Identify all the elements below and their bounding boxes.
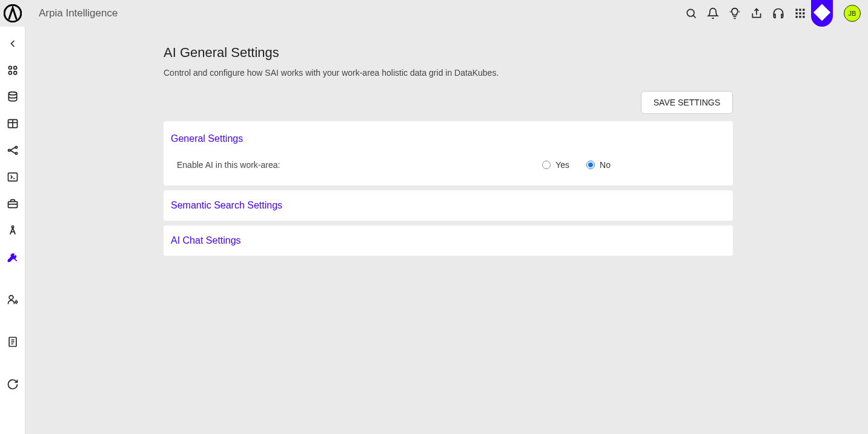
svg-point-17 bbox=[8, 72, 12, 75]
logo-wrap bbox=[0, 4, 25, 22]
enable-ai-radio-group: Yes No bbox=[542, 160, 726, 170]
svg-line-27 bbox=[10, 150, 15, 153]
radio-icon bbox=[586, 161, 595, 169]
page-title: AI General Settings bbox=[164, 45, 868, 61]
svg-line-2 bbox=[693, 15, 695, 18]
sidebar-item-connections-icon[interactable] bbox=[0, 137, 25, 164]
main-content: AI General Settings Control and configur… bbox=[25, 27, 868, 434]
svg-point-1 bbox=[687, 9, 694, 16]
share-icon[interactable] bbox=[746, 2, 767, 24]
radio-no-label: No bbox=[600, 160, 611, 170]
enable-ai-yes-option[interactable]: Yes bbox=[542, 160, 569, 170]
panel-general-settings: General Settings Enable AI in this work-… bbox=[164, 121, 733, 185]
sidebar-item-terminal-icon[interactable] bbox=[0, 164, 25, 190]
svg-point-15 bbox=[8, 66, 12, 69]
svg-point-25 bbox=[15, 152, 17, 154]
apps-grid-icon[interactable] bbox=[789, 2, 811, 24]
panel-semantic-search[interactable]: Semantic Search Settings bbox=[164, 190, 733, 221]
svg-rect-6 bbox=[799, 9, 801, 11]
topbar-right: JB bbox=[680, 0, 868, 27]
svg-rect-13 bbox=[803, 16, 804, 18]
svg-rect-5 bbox=[796, 9, 798, 11]
save-row: SAVE SETTINGS bbox=[164, 91, 733, 114]
svg-point-18 bbox=[13, 72, 16, 75]
panel-ai-chat[interactable]: AI Chat Settings bbox=[164, 225, 733, 256]
sidebar bbox=[0, 27, 25, 434]
svg-point-24 bbox=[15, 146, 17, 148]
svg-point-16 bbox=[13, 66, 16, 69]
enable-ai-label: Enable AI in this work-area: bbox=[177, 160, 280, 170]
svg-rect-10 bbox=[803, 12, 804, 14]
svg-point-23 bbox=[8, 149, 10, 151]
svg-rect-8 bbox=[796, 12, 798, 14]
radio-yes-label: Yes bbox=[555, 160, 569, 170]
radio-icon bbox=[542, 161, 551, 169]
top-bar: Arpia Intelligence JB bbox=[0, 0, 868, 27]
sidebar-item-tools-icon[interactable] bbox=[0, 244, 25, 270]
sidebar-item-overview-icon[interactable] bbox=[0, 57, 25, 84]
support-icon[interactable] bbox=[767, 2, 789, 24]
save-settings-button[interactable]: SAVE SETTINGS bbox=[641, 91, 733, 114]
user-avatar[interactable]: JB bbox=[844, 5, 861, 22]
sidebar-item-compass-icon[interactable] bbox=[0, 217, 25, 244]
sidebar-item-user-settings-icon[interactable] bbox=[0, 286, 25, 313]
sidebar-collapse-icon[interactable] bbox=[0, 30, 25, 57]
notifications-icon[interactable] bbox=[702, 2, 724, 24]
sidebar-item-docs-icon[interactable] bbox=[0, 329, 25, 355]
sidebar-item-table-icon[interactable] bbox=[0, 110, 25, 137]
svg-point-32 bbox=[12, 226, 13, 228]
sidebar-item-refresh-icon[interactable] bbox=[0, 371, 25, 398]
svg-rect-11 bbox=[796, 16, 798, 18]
page-subtitle: Control and configure how SAI works with… bbox=[164, 68, 868, 78]
sidebar-item-toolbox-icon[interactable] bbox=[0, 190, 25, 217]
svg-point-14 bbox=[820, 11, 824, 15]
search-icon[interactable] bbox=[680, 2, 702, 24]
svg-point-33 bbox=[9, 295, 13, 299]
idea-icon[interactable] bbox=[724, 2, 746, 24]
design-tool-icon[interactable] bbox=[811, 0, 833, 27]
svg-point-19 bbox=[8, 92, 16, 95]
app-logo-icon[interactable] bbox=[4, 4, 22, 22]
enable-ai-no-option[interactable]: No bbox=[586, 160, 611, 170]
svg-rect-9 bbox=[799, 12, 801, 14]
svg-point-34 bbox=[15, 301, 17, 303]
app-title: Arpia Intelligence bbox=[39, 7, 118, 19]
svg-rect-12 bbox=[799, 16, 801, 18]
panel-general-body: Enable AI in this work-area: Yes No bbox=[171, 160, 726, 173]
svg-line-26 bbox=[10, 147, 15, 150]
panel-chat-title: AI Chat Settings bbox=[171, 235, 726, 246]
panel-semantic-title: Semantic Search Settings bbox=[171, 200, 726, 211]
panel-general-title[interactable]: General Settings bbox=[171, 133, 726, 144]
svg-rect-7 bbox=[803, 9, 804, 11]
sidebar-item-database-icon[interactable] bbox=[0, 84, 25, 110]
